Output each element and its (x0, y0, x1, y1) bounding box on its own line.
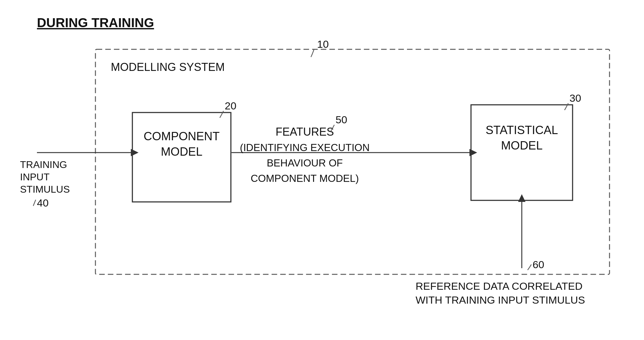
page-title: DURING TRAINING (37, 15, 154, 30)
reference-arrowhead (518, 194, 525, 202)
features-arrowhead (469, 149, 477, 156)
training-input-label-line1: TRAINING (20, 159, 67, 170)
input-arrowhead (131, 149, 139, 156)
number-40: 40 (37, 197, 49, 209)
reference-label-line1: REFERENCE DATA CORRELATED (416, 280, 582, 292)
component-model-label-line1: COMPONENT (144, 130, 220, 143)
features-sub-line1: (IDENTIFYING EXECUTION (240, 142, 370, 153)
number-60: 60 (533, 259, 544, 270)
number-50: 50 (336, 114, 347, 125)
component-model-label-line2: MODEL (161, 145, 202, 158)
statistical-model-label-line1: STATISTICAL (485, 124, 558, 137)
features-sub-line2: BEHAVIOUR OF (267, 157, 343, 169)
reference-label-line2: WITH TRAINING INPUT STIMULUS (416, 294, 585, 306)
number-30: 30 (570, 92, 581, 104)
training-input-label-line3: STIMULUS (20, 184, 70, 195)
modelling-system-box (95, 49, 610, 274)
statistical-model-label-line2: MODEL (501, 139, 542, 152)
number-20: 20 (225, 100, 236, 112)
statistical-model-box (471, 105, 573, 200)
modelling-system-label: MODELLING SYSTEM (111, 61, 225, 73)
training-input-label-line2: INPUT (20, 171, 50, 182)
features-label: FEATURES (276, 125, 334, 138)
features-sub-line3: COMPONENT MODEL) (251, 173, 359, 184)
number-10: 10 (317, 38, 329, 50)
diagram-container: DURING TRAINING MODELLING SYSTEM 10 COMP… (0, 0, 644, 340)
